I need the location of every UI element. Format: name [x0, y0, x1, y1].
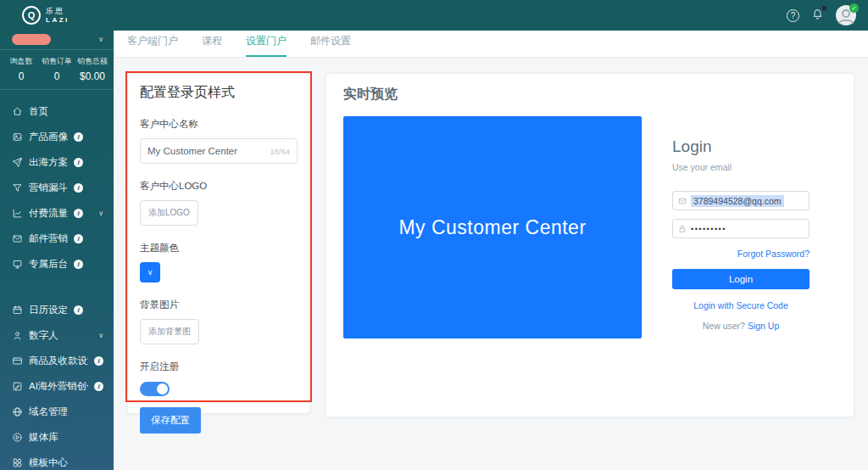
login-subtitle: Use your email: [672, 162, 810, 172]
sidebar-item-funnel[interactable]: 营销漏斗i: [0, 175, 114, 200]
stat-label: 销售订单: [39, 56, 75, 67]
sidebar-item-label: 数字人: [29, 329, 58, 342]
login-button[interactable]: Login: [672, 269, 810, 289]
notifications-button[interactable]: [811, 8, 824, 24]
stat-item: 销售订单0: [39, 56, 75, 82]
sidebar-item-home[interactable]: 首页: [0, 98, 114, 124]
customer-center-name-value: My Customer Center: [147, 146, 266, 156]
sign-up-link[interactable]: Sign Up: [748, 321, 779, 331]
sidebar-item-globe[interactable]: 域名管理: [0, 399, 114, 424]
toggle-knob: [157, 383, 168, 394]
register-toggle[interactable]: [140, 382, 170, 396]
sidebar-item-label: 首页: [29, 105, 48, 118]
brand-name-en: LAZI: [46, 17, 70, 24]
info-icon: i: [74, 209, 83, 218]
password-field[interactable]: •••••••••: [672, 219, 810, 238]
stat-label: 销售总额: [75, 56, 110, 67]
tab-课程[interactable]: 课程: [202, 34, 222, 57]
stat-label: 询盘数: [3, 56, 39, 67]
stat-item: 询盘数0: [3, 56, 39, 82]
email-field[interactable]: 3789494528@qq.com: [672, 191, 810, 210]
info-icon: i: [74, 158, 83, 167]
preview-banner: My Customer Center: [343, 116, 642, 339]
sidebar-item-send[interactable]: 出海方案i: [0, 149, 114, 175]
sidebar-item-person[interactable]: 数字人∨: [0, 322, 114, 348]
edit-icon: [12, 381, 23, 392]
stat-value: $0.00: [75, 70, 110, 82]
media-icon: [12, 432, 23, 443]
sidebar-item-label: 营销漏斗: [29, 182, 68, 194]
live-preview-panel: 实时预览 My Customer Center Login Use your e…: [326, 73, 854, 417]
sidebar-item-card[interactable]: 商品及收款设置i: [0, 348, 114, 373]
theme-color-picker[interactable]: ∨: [140, 262, 160, 283]
grid-icon: [12, 457, 23, 468]
login-style-config-panel: 配置登录页样式 客户中心名称 My Customer Center 18/64 …: [127, 73, 310, 414]
sidebar-item-label: 专属后台: [29, 258, 68, 271]
add-background-button[interactable]: 添加背景图: [140, 319, 199, 344]
sidebar-item-label: 出海方案: [29, 156, 68, 169]
sidebar-item-label: 模板中心: [29, 456, 68, 469]
sidebar-item-chart[interactable]: 付费流量i∨: [0, 200, 114, 226]
background-image-label: 背景图片: [140, 299, 298, 311]
notification-badge: [822, 6, 826, 10]
sidebar-item-grid[interactable]: 模板中心: [0, 450, 114, 470]
sidebar-item-image[interactable]: 产品画像i: [0, 124, 114, 149]
sidebar-item-calendar[interactable]: 日历设定i: [0, 297, 114, 322]
preview-title: 实时预览: [343, 86, 837, 104]
save-config-button[interactable]: 保存配置: [140, 407, 201, 434]
sidebar-item-label: 商品及收款设置: [29, 355, 88, 367]
tab-客户端门户[interactable]: 客户端门户: [127, 34, 178, 57]
forgot-password-link[interactable]: Forgot Password?: [672, 249, 810, 259]
chevron-down-icon: ∨: [98, 332, 103, 339]
info-icon: i: [74, 132, 83, 142]
info-icon: i: [74, 260, 83, 269]
brand-logo: Q 乐思 LAZI: [0, 6, 114, 25]
sidebar: ∨ 询盘数0销售订单0销售总额$0.00 首页产品画像i出海方案i营销漏斗i付费…: [0, 31, 114, 470]
tab-邮件设置[interactable]: 邮件设置: [310, 34, 351, 57]
brand-logo-text: 乐思 LAZI: [46, 8, 70, 24]
person-icon: [12, 330, 23, 341]
secure-code-login-link[interactable]: Login with Secure Code: [672, 300, 810, 311]
sidebar-item-edit[interactable]: AI海外营销创作中心i: [0, 373, 114, 399]
tab-设置门户[interactable]: 设置门户: [246, 34, 287, 57]
help-icon[interactable]: ?: [787, 9, 799, 22]
top-actions: ? ✓: [787, 5, 868, 25]
info-icon: i: [74, 305, 83, 315]
store-avatar: [12, 34, 51, 45]
sidebar-item-label: 付费流量: [29, 207, 68, 220]
login-title: Login: [672, 137, 810, 156]
sidebar-item-label: 邮件营销: [29, 232, 68, 245]
verified-badge: ✓: [849, 3, 859, 13]
stat-value: 0: [39, 70, 75, 82]
main-area: 客户端门户课程设置门户邮件设置 配置登录页样式 客户中心名称 My Custom…: [114, 31, 868, 470]
sidebar-item-label: AI海外营销创作中心: [29, 380, 88, 393]
globe-icon: [12, 406, 23, 417]
content-area: 配置登录页样式 客户中心名称 My Customer Center 18/64 …: [114, 58, 868, 470]
login-page-preview: My Customer Center Login Use your email …: [343, 116, 837, 339]
add-logo-button[interactable]: 添加LOGO: [140, 200, 198, 226]
sidebar-item-label: 产品画像: [29, 131, 68, 143]
preview-banner-text: My Customer Center: [398, 216, 586, 239]
sidebar-item-monitor[interactable]: 专属后台i: [0, 251, 114, 277]
char-counter: 18/64: [270, 147, 290, 156]
info-icon: i: [94, 382, 103, 391]
store-selector[interactable]: ∨: [0, 31, 114, 50]
sidebar-menu-secondary: 日历设定i数字人∨商品及收款设置iAI海外营销创作中心i域名管理媒体库模板中心: [0, 297, 114, 470]
stat-item: 销售总额$0.00: [75, 56, 110, 82]
top-bar: Q 乐思 LAZI ? ✓: [0, 0, 868, 31]
calendar-icon: [12, 305, 23, 316]
info-icon: i: [74, 234, 83, 243]
tab-bar: 客户端门户课程设置门户邮件设置: [114, 31, 868, 58]
sidebar-item-mail[interactable]: 邮件营销i: [0, 226, 114, 251]
send-icon: [12, 157, 23, 168]
sidebar-item-media[interactable]: 媒体库: [0, 424, 114, 450]
customer-center-name-label: 客户中心名称: [140, 118, 298, 131]
theme-color-label: 主题颜色: [140, 242, 298, 255]
customer-center-name-input[interactable]: My Customer Center 18/64: [140, 138, 298, 164]
avatar[interactable]: ✓: [836, 5, 856, 25]
brand-name-cn: 乐思: [46, 8, 70, 15]
funnel-icon: [12, 182, 23, 193]
enable-registration-label: 开启注册: [140, 361, 298, 373]
sidebar-item-label: 日历设定: [29, 304, 68, 316]
home-icon: [12, 106, 23, 117]
